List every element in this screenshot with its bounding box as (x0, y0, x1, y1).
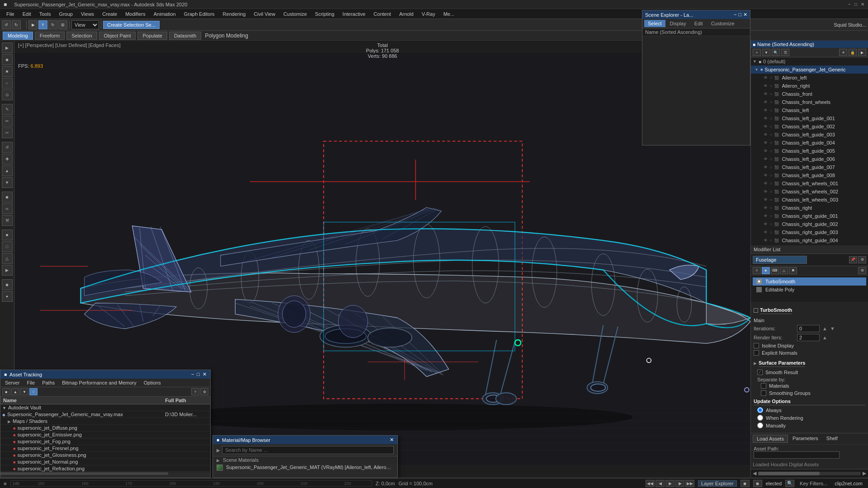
smooth-result-checkbox[interactable]: ✓ (757, 370, 763, 375)
rotate-tool[interactable]: ↻ (48, 20, 57, 29)
left-tool-5[interactable]: ⊙ (2, 89, 13, 100)
menu-modifiers[interactable]: Modifiers (122, 10, 149, 18)
left-tool-11[interactable]: ▲ (2, 165, 13, 176)
vis-icon[interactable]: 👁 (764, 238, 768, 243)
se-display-tab[interactable]: Display (666, 20, 690, 27)
menu-content[interactable]: Content (370, 10, 395, 18)
asset-settings-btn[interactable]: ⚙ (200, 388, 208, 395)
vis-icon-2[interactable]: ○ (770, 141, 772, 145)
scene-item-chassis-left-guide-005[interactable]: 👁○⬛Chassis_left_guide_005 (751, 147, 868, 155)
asset-maximize[interactable]: □ (197, 371, 200, 377)
menu-arnold[interactable]: Arnold (396, 10, 417, 18)
menu-animation[interactable]: Animation (150, 10, 179, 18)
scene-exp-minimize[interactable]: − (734, 12, 736, 18)
scene-item-chassis-front-wheels[interactable]: 👁○⬛Chassis_front_wheels (751, 98, 868, 106)
vis-icon-2[interactable]: ○ (770, 84, 772, 88)
se-select-tab[interactable]: Select (644, 20, 665, 27)
vis-icon-2[interactable]: ○ (770, 173, 772, 178)
asset-help-btn[interactable]: ? (191, 388, 199, 395)
scene-group-default[interactable]: ▼ ■ 0 (default) (751, 57, 868, 66)
render-iters-up[interactable]: ▲ (822, 335, 827, 340)
iterations-down[interactable]: ▼ (830, 326, 835, 331)
menu-scripting[interactable]: Scripting (311, 10, 338, 18)
left-tool-14[interactable]: ∞ (2, 203, 13, 214)
redo-btn[interactable]: ↻ (12, 20, 21, 29)
vis-icon-2[interactable]: ○ (770, 108, 772, 113)
smoothing-groups-checkbox[interactable] (761, 390, 766, 396)
menu-views[interactable]: Views (77, 10, 98, 18)
move-tool[interactable]: ✝ (38, 20, 47, 29)
mod-ctrl-5[interactable]: ✖ (789, 267, 797, 274)
left-tool-4[interactable]: ○ (2, 78, 13, 89)
vis-icon-2[interactable]: ○ (770, 75, 772, 80)
select-tool[interactable]: ▶ (28, 20, 38, 29)
scene-filter-btn[interactable]: ▼ (762, 49, 770, 56)
se-customize-tab[interactable]: Customize (708, 20, 738, 27)
vis-icon-2[interactable]: ○ (770, 206, 772, 210)
scene-item-chassis-right-guide-002[interactable]: 👁○⬛Chassis_right_guide_002 (751, 220, 868, 228)
asset-row[interactable]: ■supersonic_jet_Glossiness.png (0, 452, 210, 459)
left-tool-20[interactable]: ◆ (2, 279, 13, 290)
play-next-frame[interactable]: ▶ (675, 480, 684, 487)
vis-icon[interactable]: 👁 (764, 157, 768, 161)
status-icon-1[interactable]: ■ (741, 480, 750, 487)
play-btn[interactable]: ▶ (665, 480, 675, 487)
minimize-btn[interactable]: − (848, 2, 851, 7)
scene-item-chassis-left[interactable]: 👁○⬛Chassis_left (751, 106, 868, 114)
menu-group[interactable]: Group (55, 10, 76, 18)
scene-item-chassis-left-guide-007[interactable]: 👁○⬛Chassis_left_guide_007 (751, 163, 868, 171)
vis-icon[interactable]: 👁 (764, 92, 768, 96)
left-tool-1[interactable]: ▶ (2, 42, 13, 53)
left-tool-15[interactable]: ⚒ (2, 215, 13, 226)
left-tool-12[interactable]: ▼ (2, 177, 13, 188)
search-icon[interactable]: 🔍 (785, 480, 794, 487)
asset-row[interactable]: ■supersonic_jet_Diffuse.png (0, 425, 210, 432)
scene-exp-maximize[interactable]: □ (738, 12, 741, 18)
menu-civil-view[interactable]: Civil View (250, 10, 278, 18)
asset-tb-4[interactable]: ◊ (29, 388, 38, 395)
undo-btn[interactable]: ↺ (2, 20, 11, 29)
vis-icon[interactable]: 👁 (764, 124, 768, 129)
left-tool-13[interactable]: ◆ (2, 192, 13, 202)
asset-tb-2[interactable]: ▲ (11, 388, 19, 395)
left-tool-7[interactable]: ✏ (2, 116, 13, 127)
scene-item-chassis-right[interactable]: 👁○⬛Chassis_right (751, 204, 868, 212)
scene-item-chassis-left-guide-008[interactable]: 👁○⬛Chassis_left_guide_008 (751, 171, 868, 179)
mod-ctrl-3[interactable]: ⌨ (771, 267, 779, 274)
scene-exp-close[interactable]: ✕ (743, 12, 747, 18)
left-tool-8[interactable]: ✂ (2, 127, 13, 138)
modifier-editable-poly[interactable]: Editable Poly (753, 286, 866, 294)
scene-item-chassis-left-wheels-002[interactable]: 👁○⬛Chassis_left_wheels_002 (751, 188, 868, 196)
asset-row[interactable]: ■supersonic_jet_Fog.png (0, 438, 210, 445)
mat-search-input[interactable] (222, 446, 394, 454)
fuselage-input[interactable] (753, 256, 807, 264)
scene-item-chassis-left-guide-003[interactable]: 👁○⬛Chassis_left_guide_003 (751, 131, 868, 139)
asset-tb-3[interactable]: ▼ (20, 388, 28, 395)
scene-item-chassis-right-guide-003[interactable]: 👁○⬛Chassis_right_guide_003 (751, 228, 868, 236)
tab-modeling[interactable]: Modeling (3, 32, 33, 40)
vis-icon-2[interactable]: ○ (770, 197, 772, 202)
scene-list[interactable]: ▼ ■ 0 (default) ▼ ■ Supersonic_Passenger… (751, 57, 868, 245)
left-tool-17[interactable]: □ (2, 241, 13, 252)
isoline-checkbox[interactable] (754, 343, 759, 348)
vis-icon[interactable]: 👁 (764, 100, 768, 104)
play-next-btn[interactable]: ▶▶ (685, 480, 694, 487)
scene-item-chassis-left-wheels-001[interactable]: 👁○⬛Chassis_left_wheels_001 (751, 179, 868, 188)
vis-icon-2[interactable]: ○ (770, 124, 772, 129)
vis-icon[interactable]: 👁 (764, 132, 768, 137)
menu-vray[interactable]: V-Ray (418, 10, 439, 18)
always-radio[interactable] (757, 407, 763, 413)
menu-rendering[interactable]: Rendering (219, 10, 250, 18)
mod-settings-btn[interactable]: ⚙ (858, 256, 866, 263)
scene-add-btn[interactable]: + (753, 49, 761, 56)
vis-icon-2[interactable]: ○ (770, 116, 772, 121)
vis-icon-2[interactable]: ○ (770, 222, 772, 226)
menu-create[interactable]: Create (99, 10, 121, 18)
manually-radio[interactable] (757, 422, 763, 428)
parameters-btn[interactable]: Parameters (789, 435, 822, 443)
vis-icon[interactable]: 👁 (764, 206, 768, 210)
asset-menu-file[interactable]: File (24, 380, 38, 386)
mod-cfg-btn[interactable]: ⚙ (858, 267, 866, 274)
scene-item-chassis-left-guide-006[interactable]: 👁○⬛Chassis_left_guide_006 (751, 155, 868, 163)
reference-coord-select[interactable]: ViewWorldScreen (71, 20, 99, 29)
